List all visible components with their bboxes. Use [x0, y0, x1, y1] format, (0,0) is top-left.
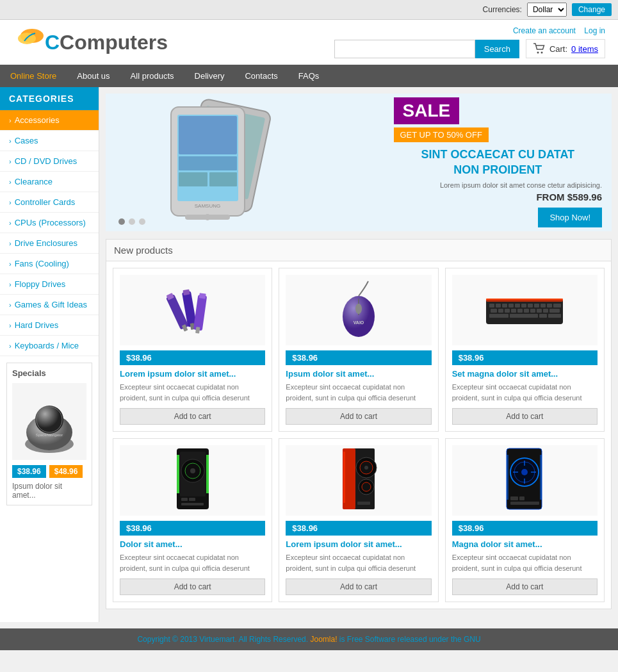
tower-blue-image — [499, 445, 550, 516]
login-link[interactable]: Log in — [584, 26, 605, 35]
nav-item-delivery[interactable]: Delivery — [184, 65, 235, 87]
product-image-6 — [452, 445, 598, 516]
cat-label-cases: Cases — [15, 136, 38, 145]
svg-rect-93 — [510, 502, 539, 505]
svg-rect-53 — [537, 309, 542, 313]
arrow-icon: › — [9, 117, 12, 124]
svg-rect-57 — [510, 314, 538, 318]
cat-item-cases[interactable]: › Cases — [0, 131, 99, 151]
product-image-4 — [120, 445, 265, 516]
search-cart: Search Cart: 0 items — [334, 39, 605, 58]
footer-gnu-text: GNU — [464, 635, 481, 644]
product-card-6: $38.96 Magna dolor sit amet... Excepteur… — [445, 438, 605, 602]
arrow-icon: › — [9, 281, 12, 288]
top-bar: Currencies: Dollar Euro GBP Change — [0, 0, 618, 20]
new-products-section: New products — [106, 239, 612, 609]
svg-rect-39 — [515, 304, 520, 307]
specials-product-image: SpaceNavigator — [20, 386, 78, 457]
add-to-cart-6[interactable]: Add to cart — [452, 578, 598, 595]
product-desc-2: Excepteur sint occaecat cupidatat non pr… — [286, 382, 431, 403]
cat-item-accessories[interactable]: › Accessories — [0, 110, 99, 131]
arrow-icon: › — [9, 260, 12, 268]
add-to-cart-5[interactable]: Add to cart — [286, 578, 431, 595]
svg-point-6 — [35, 406, 63, 434]
dot-2[interactable] — [129, 218, 135, 225]
svg-point-2 — [537, 52, 539, 54]
product-desc-3: Excepteur sint occaecat cupidatat non pr… — [452, 382, 598, 403]
svg-rect-95 — [540, 455, 542, 500]
svg-rect-54 — [543, 309, 548, 313]
svg-rect-47 — [498, 309, 503, 313]
nav-item-about-us[interactable]: About us — [67, 65, 120, 87]
svg-rect-26 — [183, 290, 190, 296]
svg-rect-94 — [507, 455, 508, 500]
dot-1[interactable] — [118, 218, 125, 225]
cat-item-hard-drives[interactable]: › Hard Drives — [0, 315, 99, 336]
svg-point-76 — [364, 466, 368, 470]
product-card-4: $38.96 Dolor sit amet... Excepteur sint … — [113, 438, 272, 602]
cat-item-clearance[interactable]: › Clearance — [0, 172, 99, 192]
product-image-3 — [452, 275, 598, 345]
banner-price: FROM $589.96 — [394, 192, 603, 202]
footer-gnu-link[interactable]: GNU — [464, 635, 481, 644]
cat-item-drive-enclosures[interactable]: › Drive Enclosures — [0, 233, 99, 254]
cat-item-games[interactable]: › Games & Gift Ideas — [0, 295, 99, 315]
footer-rest: is Free Software released under the — [339, 635, 464, 644]
svg-rect-55 — [549, 309, 560, 313]
product-price-2: $38.96 — [286, 350, 431, 365]
add-to-cart-3[interactable]: Add to cart — [452, 408, 598, 425]
add-to-cart-1[interactable]: Add to cart — [120, 408, 265, 425]
cat-item-controller[interactable]: › Controller Cards — [0, 192, 99, 213]
nav-item-all-products[interactable]: All products — [120, 65, 184, 87]
cat-item-floppy[interactable]: › Floppy Drives — [0, 274, 99, 295]
arrow-icon: › — [9, 158, 12, 165]
nav-item-online-store[interactable]: Online Store — [0, 65, 67, 87]
cart-area: Cart: 0 items — [526, 39, 605, 58]
product-price-6: $38.96 — [452, 521, 598, 536]
cart-items-link[interactable]: 0 items — [571, 44, 598, 54]
section-title: New products — [106, 240, 611, 261]
svg-rect-79 — [357, 502, 370, 505]
svg-rect-59 — [548, 314, 561, 318]
banner-dots — [118, 218, 145, 225]
banner-tablet-svg: SAMSUNG — [152, 95, 337, 230]
products-grid: $38.96 Lorem ipsum dolor sit amet... Exc… — [113, 268, 605, 602]
product-card-5: $38.96 Lorem ipsum dolor sit amet... Exc… — [279, 438, 438, 602]
banner: SAMSUNG SALE GET UP TO 50% OFF SINT OCCA… — [106, 94, 612, 231]
search-input[interactable] — [334, 40, 475, 58]
arrow-icon: › — [9, 301, 12, 309]
product-card-2: VAIO $38.96 Ipsum dolor sit amet... Exce… — [279, 268, 438, 432]
change-currency-button[interactable]: Change — [572, 3, 612, 16]
logo-text: CComputers — [45, 31, 168, 54]
product-title-3: Set magna dolor sit amet... — [452, 369, 598, 379]
currency-select[interactable]: Dollar Euro GBP — [527, 3, 567, 17]
cart-label: Cart: — [549, 44, 567, 54]
svg-rect-91 — [510, 496, 518, 500]
nav-item-contacts[interactable]: Contacts — [234, 65, 288, 87]
cat-item-cpus[interactable]: › CPUs (Processors) — [0, 213, 99, 233]
cat-label-hard: Hard Drives — [15, 320, 59, 330]
cat-item-fans[interactable]: › Fans (Cooling) — [0, 254, 99, 274]
shop-now-button[interactable]: Shop Now! — [538, 208, 602, 227]
nav-item-faqs[interactable]: FAQs — [288, 65, 330, 87]
search-bar: Search — [334, 40, 519, 58]
cat-item-keyboards[interactable]: › Keyboards / Mice — [0, 336, 99, 356]
svg-point-85 — [521, 469, 528, 475]
banner-sub: Lorem ipsum dolor sit amet conse ctetur … — [394, 181, 603, 189]
cat-item-cd-dvd[interactable]: › CD / DVD Drives — [0, 151, 99, 172]
add-to-cart-4[interactable]: Add to cart — [120, 578, 265, 595]
add-to-cart-2[interactable]: Add to cart — [286, 408, 431, 425]
cat-label-drive: Drive Enclosures — [15, 238, 77, 248]
banner-headline-line1: SINT OCCAECAT CU DATAT — [394, 147, 603, 162]
product-image-1 — [120, 275, 265, 345]
logo-icon — [13, 28, 45, 57]
footer-joomla-link[interactable]: Joomla! — [310, 635, 337, 644]
product-price-5: $38.96 — [286, 521, 431, 536]
product-price-1: $38.96 — [120, 350, 265, 365]
svg-rect-27 — [193, 295, 207, 331]
search-button[interactable]: Search — [475, 40, 519, 58]
logo: CComputers — [13, 28, 168, 57]
svg-point-78 — [362, 482, 371, 491]
dot-3[interactable] — [139, 218, 145, 225]
create-account-link[interactable]: Create an account — [513, 26, 576, 35]
